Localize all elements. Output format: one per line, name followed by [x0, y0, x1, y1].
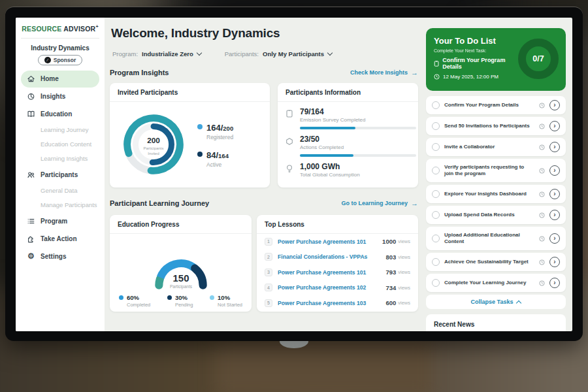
insights-icon	[27, 92, 35, 101]
chevron-down-icon	[327, 50, 333, 56]
legend-dot	[197, 124, 203, 129]
task-row[interactable]: Invite a Collaborator ›	[426, 138, 566, 156]
actions-icon	[286, 135, 295, 157]
card-title: Participants Information	[278, 83, 418, 102]
photo-scene: RESOURCE ADVISOR+ Industry Dynamics ∕ Sp…	[0, 0, 588, 392]
lesson-link[interactable]: Power Purchase Agreements 101	[278, 238, 382, 245]
lesson-row[interactable]: 4 Power Purchase Agreements 102 734 view…	[257, 280, 418, 296]
task-checkbox[interactable]	[432, 143, 440, 151]
lesson-link[interactable]: Power Purchase Agreements 102	[278, 284, 385, 291]
sidebar-item-manage-participants[interactable]: Manage Participants	[21, 198, 99, 212]
participants-dropdown[interactable]: Participants: Only My Participants	[225, 50, 332, 57]
task-open-button[interactable]: ›	[549, 257, 560, 267]
svg-text:150: 150	[172, 272, 189, 284]
rank-badge: 2	[265, 253, 272, 261]
todo-summary-card: Your To Do List Complete Your Next Task:…	[426, 28, 566, 91]
legend-not-started: 10% Not Started	[210, 294, 242, 308]
clock-icon	[539, 168, 545, 174]
sidebar-item-education-content[interactable]: Education Content	[21, 137, 99, 152]
list-icon	[27, 217, 35, 225]
task-row[interactable]: Verify participants requesting to join t…	[426, 159, 566, 182]
lesson-row[interactable]: 1 Power Purchase Agreements 101 1000 vie…	[257, 234, 418, 250]
check-more-insights-link[interactable]: Check More Insights →	[350, 69, 418, 76]
task-checkbox[interactable]	[432, 167, 440, 174]
legend-dot	[119, 295, 123, 300]
task-icon	[434, 60, 439, 67]
lesson-row[interactable]: 2 Financial Considerations - VPPAs 803 v…	[257, 250, 418, 265]
sidebar-item-program[interactable]: Program	[21, 213, 99, 230]
clock-icon	[434, 74, 440, 80]
sidebar-item-learning-journey[interactable]: Learning Journey	[21, 123, 99, 137]
lesson-link[interactable]: Financial Considerations - VPPAs	[278, 253, 385, 260]
task-row[interactable]: Send 50 Invitations to Participants ›	[426, 117, 566, 135]
sponsor-icon: ∕	[44, 57, 51, 63]
task-open-button[interactable]: ›	[549, 121, 560, 131]
legend-completed: 60% Completed	[119, 294, 150, 308]
task-checkbox[interactable]	[432, 190, 440, 198]
sidebar-item-settings[interactable]: ⚙ Settings	[21, 248, 99, 265]
task-row[interactable]: Achieve One Sustainability Target ›	[426, 253, 566, 271]
task-row[interactable]: Confirm Your Program Details ›	[426, 96, 566, 114]
task-row[interactable]: Complete Your Learning Journey ›	[426, 274, 566, 292]
task-open-button[interactable]: ›	[549, 210, 560, 220]
task-row[interactable]: Explore Your Insights Dashboard ›	[426, 185, 566, 203]
svg-text:Participants: Participants	[144, 146, 164, 150]
org-name: Industry Dynamics	[21, 44, 99, 52]
chevron-down-icon	[196, 50, 201, 56]
lesson-row[interactable]: 3 Power Purchase Agreements 101 793 view…	[257, 265, 418, 280]
invited-donut-chart: 200 Participants Invited	[115, 106, 192, 183]
task-row[interactable]: Upload Additional Educational Content ›	[426, 227, 566, 250]
task-checkbox[interactable]	[432, 101, 440, 109]
clock-icon	[539, 103, 545, 108]
task-open-button[interactable]: ›	[549, 278, 560, 288]
app-logo: RESOURCE ADVISOR+	[21, 24, 99, 39]
bulb-icon	[286, 162, 295, 178]
lesson-row[interactable]: 5 Power Purchase Agreements 103 600 view…	[257, 295, 418, 311]
task-open-button[interactable]: ›	[549, 189, 560, 199]
invited-participants-card: Invited Participants 200 Participants In…	[110, 83, 270, 188]
actions-progress-bar	[300, 154, 416, 157]
legend-dot	[167, 295, 172, 300]
chevron-up-icon	[516, 300, 521, 305]
sponsor-badge[interactable]: ∕ Sponsor	[38, 55, 82, 65]
task-checkbox[interactable]	[432, 235, 440, 242]
card-title: Invited Participants	[110, 83, 270, 102]
sidebar-item-learning-insights[interactable]: Learning Insights	[21, 152, 99, 166]
task-checkbox[interactable]	[432, 211, 440, 219]
go-to-learning-journey-link[interactable]: Go to Learning Journey →	[341, 200, 418, 207]
clock-icon	[539, 191, 545, 197]
task-row[interactable]: Upload Spend Data Records ›	[426, 206, 566, 224]
background-blur	[216, 336, 431, 392]
sidebar-item-take-action[interactable]: Take Action	[21, 231, 99, 248]
top-lessons-card: Top Lessons 1 Power Purchase Agreements …	[257, 215, 418, 312]
todo-progress-ring: 0/7	[518, 39, 559, 79]
todo-panel: Your To Do List Complete Your Next Task:…	[426, 28, 566, 331]
task-open-button[interactable]: ›	[549, 100, 560, 110]
task-open-button[interactable]: ›	[549, 233, 560, 244]
monitor-bezel: RESOURCE ADVISOR+ Industry Dynamics ∕ Sp…	[5, 7, 583, 341]
collapse-tasks-link[interactable]: Collapse Tasks	[426, 295, 566, 309]
recent-news-card: Recent News	[426, 314, 566, 331]
participants-information-card: Participants Information 79/164 Emission…	[278, 83, 418, 188]
lesson-link[interactable]: Power Purchase Agreements 101	[278, 269, 385, 276]
education-gauge-chart: 150 Participants	[119, 237, 243, 293]
program-dropdown[interactable]: Program: Industrialize Zero	[112, 50, 201, 57]
sidebar-item-participants[interactable]: Participants	[21, 167, 99, 184]
task-checkbox[interactable]	[432, 122, 440, 130]
legend-active: 84/164 Active	[197, 149, 233, 168]
task-checkbox[interactable]	[432, 258, 440, 266]
clock-icon	[539, 280, 545, 286]
task-open-button[interactable]: ›	[549, 142, 560, 152]
sidebar-item-general-data[interactable]: General Data	[21, 184, 99, 198]
clock-icon	[539, 212, 545, 218]
sidebar-item-home[interactable]: Home	[21, 71, 99, 88]
task-open-button[interactable]: ›	[549, 165, 560, 176]
svg-text:Invited: Invited	[148, 152, 159, 155]
rank-badge: 4	[265, 284, 272, 291]
card-title: Education Progress	[110, 215, 252, 234]
sidebar-item-education[interactable]: Education	[21, 106, 99, 123]
lesson-link[interactable]: Power Purchase Agreements 103	[278, 300, 385, 306]
task-checkbox[interactable]	[432, 279, 440, 287]
rank-badge: 5	[265, 299, 272, 307]
sidebar-item-insights[interactable]: Insights	[21, 88, 99, 105]
